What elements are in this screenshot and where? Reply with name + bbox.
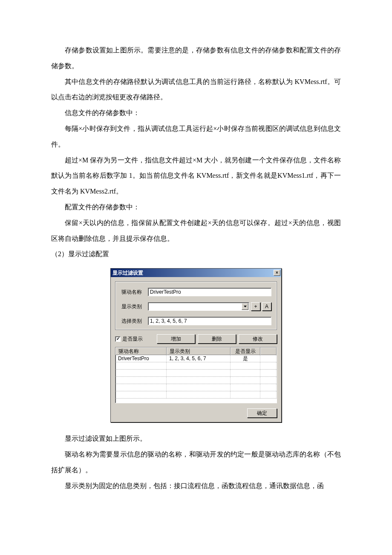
- plus-button[interactable]: +: [251, 302, 260, 311]
- list-row-empty: [115, 370, 277, 377]
- show-checkbox-label: 是否显示: [122, 336, 143, 342]
- select-type-label: 选择类别: [121, 318, 148, 324]
- list-row[interactable]: DriverTestPro 1, 2, 3, 4, 5, 6, 7 是: [115, 355, 277, 362]
- close-button[interactable]: ×: [274, 270, 280, 276]
- select-type-input[interactable]: 1, 2, 3, 4, 5, 6, 7: [148, 317, 271, 325]
- cell-spacer: [260, 355, 277, 362]
- cell-is-show: 是: [231, 355, 260, 362]
- dialog-title: 显示过滤设置: [112, 270, 274, 276]
- add-button[interactable]: 增加: [157, 334, 195, 344]
- driver-name-input[interactable]: DriverTestPro: [148, 288, 271, 296]
- paragraph: 其中信息文件的存储路径默认为调试信息工具的当前运行路径，名称默认为 KVMess…: [51, 74, 341, 106]
- paragraph: 超过×M 保存为另一文件，指信息文件超过×M 大小，就另创建一个文件保存信息，文…: [51, 153, 341, 199]
- filter-settings-dialog: 显示过滤设置 × 驱动名称 DriverTestPro 显示类别 +: [110, 268, 282, 422]
- listview-header: 驱动名称 显示类别 是否显示: [115, 347, 277, 355]
- filter-listview[interactable]: 驱动名称 显示类别 是否显示 DriverTestPro 1, 2, 3, 4,…: [115, 347, 277, 403]
- paragraph: 显示过滤设置如上图所示。: [51, 431, 341, 447]
- paragraph: 配置文件的存储参数中：: [51, 199, 341, 215]
- cell-driver-name: DriverTestPro: [115, 355, 167, 362]
- column-spacer: [260, 347, 277, 355]
- paragraph: 保留×天以内的信息，指保留从配置文件创建起×天的信息可以保存。超过×天的信息，视…: [51, 215, 341, 247]
- checkbox-icon: ✔: [115, 336, 121, 342]
- section-heading: （2）显示过滤配置: [51, 246, 341, 262]
- display-type-label: 显示类别: [121, 304, 148, 309]
- display-type-combobox[interactable]: [148, 302, 249, 311]
- list-row-empty: [115, 377, 277, 384]
- dialog-titlebar: 显示过滤设置 ×: [111, 269, 281, 277]
- modify-button[interactable]: 修改: [239, 334, 277, 344]
- paragraph: 存储参数设置如上图所示。需要注意的是，存储参数有信息文件的存储参数和配置文件的存…: [51, 43, 341, 74]
- ok-button[interactable]: 确定: [247, 408, 277, 418]
- list-row-empty: [115, 362, 277, 370]
- chevron-down-icon[interactable]: [242, 303, 248, 310]
- paragraph: 显示类别为固定的信息类别，包括：接口流程信息，函数流程信息，通讯数据信息，函: [51, 478, 341, 494]
- driver-name-label: 驱动名称: [121, 289, 148, 295]
- paragraph: 每隔×小时保存到文件，指从调试信息工具运行起×小时保存当前视图区的调试信息到信息…: [51, 121, 341, 153]
- list-row-empty: [115, 391, 277, 399]
- cell-display-type: 1, 2, 3, 4, 5, 6, 7: [167, 355, 231, 362]
- delete-button[interactable]: 删除: [198, 334, 236, 344]
- a-button[interactable]: A: [262, 302, 271, 311]
- form-group: 驱动名称 DriverTestPro 显示类别 + A 选择类别: [115, 281, 277, 330]
- paragraph: 驱动名称为需要显示信息的驱动的名称，和驱动开发的约定一般是驱动动态库的名称（不包…: [51, 447, 341, 478]
- show-checkbox[interactable]: ✔ 是否显示: [115, 336, 154, 342]
- column-driver-name[interactable]: 驱动名称: [115, 347, 167, 355]
- paragraph: 信息文件的存储参数中：: [51, 105, 341, 121]
- column-is-show[interactable]: 是否显示: [231, 347, 260, 355]
- display-type-value: [148, 303, 241, 310]
- column-display-type[interactable]: 显示类别: [167, 347, 231, 355]
- list-row-empty: [115, 384, 277, 391]
- svg-marker-0: [244, 306, 247, 307]
